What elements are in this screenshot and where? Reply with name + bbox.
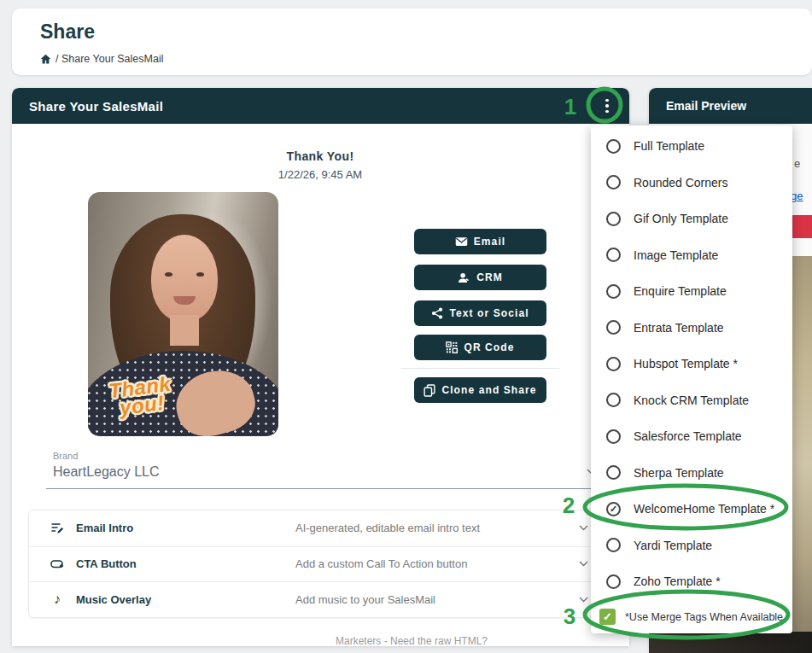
menu-item-label: Gif Only Template xyxy=(634,212,728,225)
template-dropdown-menu: Full Template Rounded Corners Gif Only T… xyxy=(591,125,792,633)
page-header-card: Share / Share Your SalesMail xyxy=(12,9,812,75)
cta-button-icon xyxy=(50,557,65,572)
menu-item-salesforce-template[interactable]: Salesforce Template xyxy=(591,418,792,455)
qr-code-button[interactable]: QR Code xyxy=(414,335,546,360)
brand-select-label: Brand xyxy=(53,451,78,461)
text-edit-icon xyxy=(50,521,65,536)
menu-item-label: Full Template xyxy=(634,139,704,153)
video-title: Thank You! xyxy=(235,149,406,163)
menu-item-welcomehome-template[interactable]: WelcomeHome Template * xyxy=(591,491,792,528)
chevron-down-icon[interactable] xyxy=(579,561,588,567)
menu-item-enquire-template[interactable]: Enquire Template xyxy=(591,273,792,310)
chevron-down-icon[interactable] xyxy=(579,525,588,531)
text-or-social-button[interactable]: Text or Social xyxy=(414,300,546,326)
breadcrumb-text: / Share Your SalesMail xyxy=(55,53,163,65)
crm-button-label: CRM xyxy=(476,271,503,283)
qr-code-button-label: QR Code xyxy=(464,341,514,353)
radio-icon[interactable] xyxy=(606,465,621,480)
music-note-icon: ♪ xyxy=(50,592,65,607)
chevron-down-icon[interactable] xyxy=(579,597,588,603)
radio-icon[interactable] xyxy=(606,357,621,371)
text-or-social-button-label: Text or Social xyxy=(449,307,529,319)
button-divider xyxy=(401,368,559,369)
breadcrumb[interactable]: / Share Your SalesMail xyxy=(40,53,163,65)
person-edit-icon xyxy=(458,272,470,283)
radio-icon[interactable] xyxy=(606,320,621,335)
menu-item-label: Yardi Template xyxy=(634,539,712,552)
share-panel-header: Share Your SalesMail xyxy=(12,88,629,124)
share-panel-title: Share Your SalesMail xyxy=(29,99,163,114)
clone-and-share-button-label: Clone and Share xyxy=(441,384,536,396)
share-panel: Share Your SalesMail Thank You! 1/22/26,… xyxy=(12,88,629,646)
cta-button-placeholder: Add a custom Call To Action button xyxy=(295,557,467,570)
template-menu-button[interactable] xyxy=(595,94,619,118)
menu-item-image-template[interactable]: Image Template xyxy=(591,237,792,274)
email-intro-placeholder: AI-generated, editable email intro text xyxy=(295,522,480,534)
menu-item-label: Image Template xyxy=(634,248,718,262)
page-title: Share xyxy=(40,20,95,44)
radio-icon[interactable] xyxy=(606,574,621,589)
menu-item-hubspot-template[interactable]: Hubspot Template * xyxy=(591,346,792,382)
menu-item-label: Salesforce Template xyxy=(634,429,742,443)
menu-item-label: Hubspot Template * xyxy=(634,357,738,370)
copy-icon xyxy=(424,384,435,397)
qr-code-icon xyxy=(446,341,458,353)
person-face xyxy=(151,235,218,322)
marketers-html-link[interactable]: Marketers - Need the raw HTML? xyxy=(283,635,540,646)
radio-icon[interactable] xyxy=(606,175,621,189)
radio-icon[interactable] xyxy=(606,212,621,226)
video-timestamp: 1/22/26, 9:45 AM xyxy=(235,168,406,181)
preview-image-bottom xyxy=(649,632,812,653)
email-button[interactable]: Email xyxy=(414,229,546,254)
preview-text-fragment: e xyxy=(794,157,800,170)
menu-item-label: WelcomeHome Template * xyxy=(634,502,774,516)
menu-item-label: Sherpa Template xyxy=(634,466,724,480)
radio-icon[interactable] xyxy=(606,139,621,154)
merge-tags-label: *Use Merge Tags When Available xyxy=(625,611,783,623)
email-button-label: Email xyxy=(474,236,506,248)
music-overlay-row[interactable]: ♪ Music Overlay Add music to your SalesM… xyxy=(29,581,607,617)
home-icon xyxy=(40,54,51,65)
cta-button-row[interactable]: CTA Button Add a custom Call To Action b… xyxy=(29,546,607,582)
radio-icon[interactable] xyxy=(606,538,621,552)
music-overlay-label: Music Overlay xyxy=(76,593,151,606)
menu-item-label: Enquire Template xyxy=(634,284,727,298)
radio-icon[interactable] xyxy=(606,429,621,444)
envelope-icon xyxy=(455,236,468,247)
menu-item-entrata-template[interactable]: Entrata Template xyxy=(591,310,792,347)
menu-item-rounded-corners[interactable]: Rounded Corners xyxy=(591,165,792,201)
checkbox-checked-icon[interactable] xyxy=(599,609,616,625)
brand-select-value: HeartLegacy LLC xyxy=(53,464,160,480)
options-accordion: Email Intro AI-generated, editable email… xyxy=(28,510,608,618)
email-preview-header: Email Preview xyxy=(649,88,812,124)
clone-and-share-button[interactable]: Clone and Share xyxy=(414,377,546,403)
dots-vertical-icon xyxy=(605,99,609,102)
crm-button[interactable]: CRM xyxy=(414,265,546,290)
menu-item-label: Knock CRM Template xyxy=(634,394,749,407)
menu-item-sherpa-template[interactable]: Sherpa Template xyxy=(591,455,792,492)
menu-item-label: Rounded Corners xyxy=(634,176,728,189)
menu-item-full-template[interactable]: Full Template xyxy=(591,128,792,165)
preview-link-fragment[interactable]: ge xyxy=(791,189,803,202)
menu-item-knock-crm-template[interactable]: Knock CRM Template xyxy=(591,382,792,419)
email-preview-title: Email Preview xyxy=(666,99,746,113)
radio-checked-icon[interactable] xyxy=(606,502,621,516)
share-icon xyxy=(431,307,443,319)
menu-item-gif-only-template[interactable]: Gif Only Template xyxy=(591,201,792,237)
brand-select[interactable]: Brand HeartLegacy LLC xyxy=(46,450,598,489)
merge-tags-row[interactable]: *Use Merge Tags When Available xyxy=(591,600,792,634)
menu-item-yardi-template[interactable]: Yardi Template xyxy=(591,528,792,564)
email-intro-label: Email Intro xyxy=(76,522,133,534)
cta-button-label: CTA Button xyxy=(76,557,137,570)
radio-icon[interactable] xyxy=(606,284,621,299)
email-intro-row[interactable]: Email Intro AI-generated, editable email… xyxy=(29,510,607,546)
video-thumbnail[interactable]: Thank you! xyxy=(88,192,278,436)
menu-item-zoho-template[interactable]: Zoho Template * xyxy=(591,563,792,600)
radio-icon[interactable] xyxy=(606,393,621,407)
radio-icon[interactable] xyxy=(606,248,621,262)
menu-item-label: Zoho Template * xyxy=(634,574,721,588)
music-overlay-placeholder: Add music to your SalesMail xyxy=(295,593,435,606)
menu-item-label: Entrata Template xyxy=(634,321,724,335)
preview-red-banner xyxy=(791,215,812,238)
